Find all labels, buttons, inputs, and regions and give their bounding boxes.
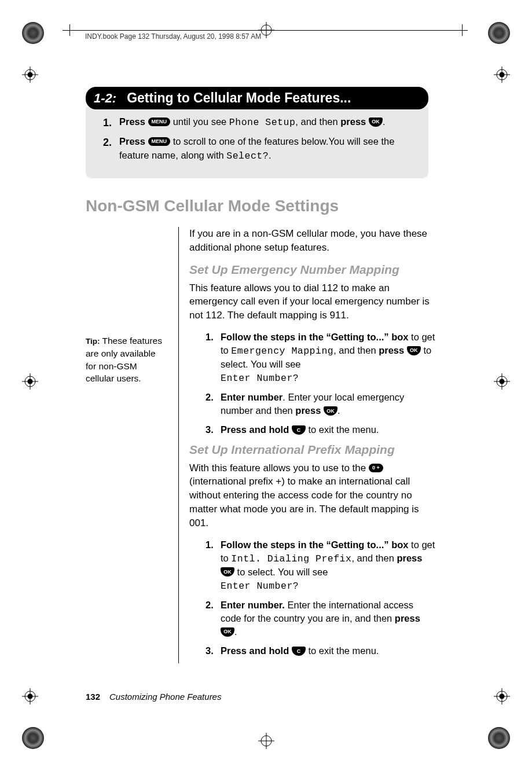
heading-intl: Set Up International Prefix Mapping <box>189 443 436 457</box>
registration-mark-left-top <box>22 67 38 83</box>
list-item: 1. Follow the steps in the “Getting to..… <box>206 538 436 593</box>
section-title: Getting to Cellular Mode Features... <box>127 90 351 106</box>
c-button-icon: C <box>292 425 306 435</box>
list-item: 1. Follow the steps in the “Getting to..… <box>206 331 436 385</box>
tip-label: Tip: <box>86 337 100 346</box>
crop-line-top <box>63 30 468 31</box>
intro-paragraph: If you are in a non-GSM cellular mode, y… <box>189 227 436 255</box>
intl-para: With this feature allows you to use to t… <box>189 461 436 530</box>
heading-emergency: Set Up Emergency Number Mapping <box>189 263 436 277</box>
ok-button-icon: OK <box>324 406 337 416</box>
list-item: 3. Press and hold C to exit the menu. <box>206 644 436 658</box>
ok-button-icon: OK <box>407 346 421 355</box>
corner-medallion-br <box>488 727 510 749</box>
margin-tip: Tip: These features are only available f… <box>86 227 178 663</box>
header-runner: INDY.book Page 132 Thursday, August 20, … <box>85 32 261 41</box>
getting-to-steps: 1. Press MENU until you see Phone Setup,… <box>86 107 428 178</box>
list-item: 3. Press and hold C to exit the menu. <box>206 423 436 436</box>
list-item: 2. Enter number. Enter your local emerge… <box>206 391 436 417</box>
step-number: 2. <box>103 135 119 163</box>
corner-medallion-tr <box>488 22 510 44</box>
registration-mark-right-bot <box>494 688 510 704</box>
ok-button-icon: OK <box>221 627 234 637</box>
list-item: 2. Enter number. Enter the international… <box>206 599 436 638</box>
registration-mark-left-mid <box>22 373 38 390</box>
crop-line-top-arrow-r <box>462 24 463 36</box>
step-text: Press MENU to scroll to one of the featu… <box>119 135 411 163</box>
intl-steps: 1. Follow the steps in the “Getting to..… <box>189 538 436 658</box>
step-number: 1. <box>103 115 119 130</box>
banner-step-2: 2. Press MENU to scroll to one of the fe… <box>103 135 411 163</box>
registration-mark-right-mid <box>494 373 510 390</box>
page-number: 132 <box>86 692 100 702</box>
registration-mark-bottom <box>258 733 274 749</box>
c-button-icon: C <box>292 647 306 656</box>
ok-button-icon: OK <box>369 118 383 127</box>
section-number: 1-2: <box>94 91 116 106</box>
section-banner: 1-2: Getting to Cellular Mode Features..… <box>86 87 428 109</box>
menu-button-icon: MENU <box>148 118 171 126</box>
menu-button-icon: MENU <box>148 137 171 146</box>
banner-step-1: 1. Press MENU until you see Phone Setup,… <box>103 115 411 130</box>
ok-button-icon: OK <box>221 567 234 577</box>
heading-non-gsm: Non-GSM Cellular Mode Settings <box>86 197 436 215</box>
registration-mark-left-bot <box>22 688 38 704</box>
page-footer: 132Customizing Phone Features <box>86 692 221 702</box>
emergency-steps: 1. Follow the steps in the “Getting to..… <box>189 331 436 437</box>
corner-medallion-tl <box>22 22 44 44</box>
corner-medallion-bl <box>22 727 44 749</box>
registration-mark-right-top <box>494 67 510 83</box>
zero-plus-key-icon: 0 + <box>369 464 383 472</box>
chapter-title: Customizing Phone Features <box>109 692 221 702</box>
crop-line-top-arrow <box>69 24 70 36</box>
step-text: Press MENU until you see Phone Setup, an… <box>119 115 385 130</box>
emergency-para: This feature allows you to dial 112 to m… <box>189 281 436 322</box>
